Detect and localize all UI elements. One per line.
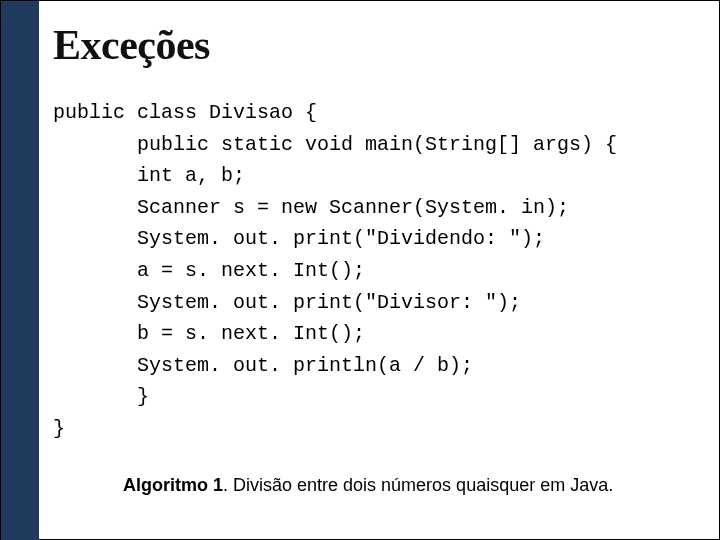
code-line: System. out. print("Divisor: ");: [53, 291, 521, 314]
caption: Algoritmo 1. Divisão entre dois números …: [123, 475, 697, 496]
code-line: System. out. print("Dividendo: ");: [53, 227, 545, 250]
code-line: a = s. next. Int();: [53, 259, 365, 282]
slide-content: Exceções public class Divisao { public s…: [39, 1, 719, 539]
code-line: int a, b;: [53, 164, 245, 187]
code-block: public class Divisao { public static voi…: [53, 97, 697, 445]
caption-text: . Divisão entre dois números quaisquer e…: [223, 475, 613, 495]
left-accent-bar: [1, 1, 39, 540]
slide-page: Exceções public class Divisao { public s…: [0, 0, 720, 540]
code-line: Scanner s = new Scanner(System. in);: [53, 196, 569, 219]
code-line: System. out. println(a / b);: [53, 354, 473, 377]
code-line: }: [53, 417, 65, 440]
slide-title: Exceções: [53, 21, 697, 69]
code-line: b = s. next. Int();: [53, 322, 365, 345]
code-line: }: [53, 385, 149, 408]
code-line: public static void main(String[] args) {: [53, 133, 617, 156]
caption-label: Algoritmo 1: [123, 475, 223, 495]
code-line: public class Divisao {: [53, 101, 317, 124]
